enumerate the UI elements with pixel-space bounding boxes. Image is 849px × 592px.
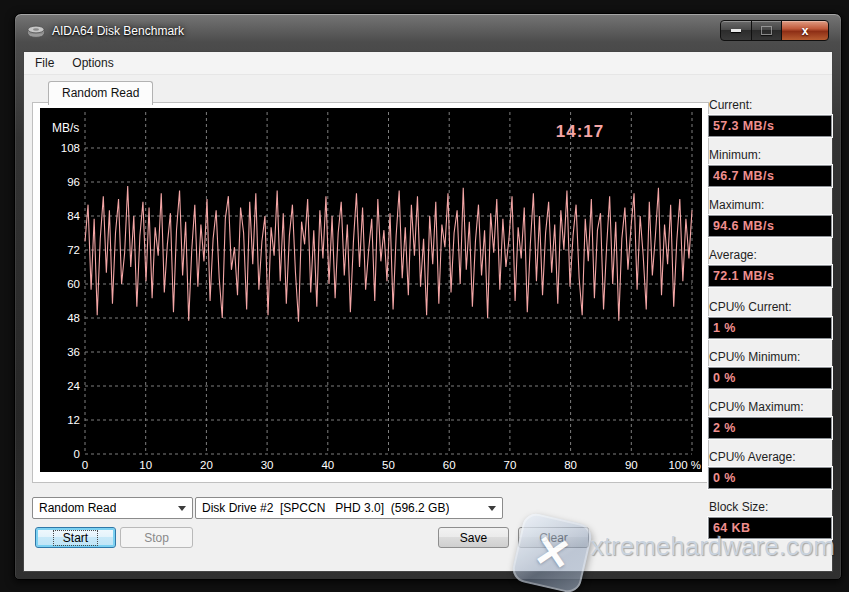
- chevron-down-icon: [178, 506, 186, 511]
- stat-row: Average:72.1 MB/s: [708, 248, 832, 287]
- stat-label: CPU% Maximum:: [709, 400, 832, 414]
- stat-row: CPU% Minimum:0 %: [708, 350, 832, 389]
- start-button-label: Start: [53, 530, 98, 546]
- menu-bar: File Options: [24, 52, 832, 75]
- throughput-chart: 0122436486072849610801020304050607080901…: [40, 108, 702, 472]
- stat-row: CPU% Maximum:2 %: [708, 400, 832, 439]
- benchmark-chart-panel: 0122436486072849610801020304050607080901…: [32, 102, 709, 483]
- menu-file[interactable]: File: [26, 53, 63, 73]
- stat-value: 64 KB: [709, 521, 750, 535]
- svg-text:12: 12: [67, 414, 80, 426]
- maximize-icon: [761, 26, 772, 35]
- stat-label: CPU% Minimum:: [709, 350, 832, 364]
- svg-text:30: 30: [261, 459, 274, 471]
- minimize-button[interactable]: [720, 20, 752, 41]
- stat-label: Current:: [709, 98, 832, 112]
- svg-text:48: 48: [67, 312, 80, 324]
- desktop-background: AIDA64 Disk Benchmark x File Options Ran…: [0, 0, 849, 592]
- stat-value-box: 57.3 MB/s: [708, 115, 832, 137]
- svg-text:90: 90: [625, 459, 638, 471]
- stat-row: Block Size:64 KB: [708, 500, 832, 539]
- hard-disk-icon: [27, 25, 45, 38]
- stat-row: CPU% Current:1 %: [708, 300, 832, 339]
- save-button[interactable]: Save: [438, 527, 509, 548]
- app-window: AIDA64 Disk Benchmark x File Options Ran…: [14, 13, 842, 580]
- svg-text:14:17: 14:17: [556, 122, 604, 141]
- drive-select-value: Disk Drive #2 [SPCCN PHD 3.0] (596.2 GB): [202, 501, 449, 515]
- stat-value: 0 %: [709, 371, 736, 385]
- stat-value: 57.3 MB/s: [709, 119, 774, 133]
- svg-text:60: 60: [67, 278, 80, 290]
- stat-row: Minimum:46.7 MB/s: [708, 148, 832, 187]
- stat-value-box: 72.1 MB/s: [708, 265, 832, 287]
- stop-button[interactable]: Stop: [120, 527, 193, 548]
- svg-text:108: 108: [61, 142, 80, 154]
- stat-row: CPU% Average:0 %: [708, 450, 832, 489]
- svg-text:96: 96: [67, 176, 80, 188]
- svg-text:10: 10: [139, 459, 152, 471]
- stat-value-box: 1 %: [708, 317, 832, 339]
- maximize-button[interactable]: [751, 20, 782, 41]
- svg-text:70: 70: [504, 459, 517, 471]
- svg-text:20: 20: [200, 459, 213, 471]
- stat-value: 72.1 MB/s: [709, 269, 774, 283]
- stat-value-box: 46.7 MB/s: [708, 165, 832, 187]
- stat-label: Minimum:: [709, 148, 832, 162]
- stat-row: Current:57.3 MB/s: [708, 98, 832, 137]
- chevron-down-icon: [488, 506, 496, 511]
- stat-label: CPU% Average:: [709, 450, 832, 464]
- window-title: AIDA64 Disk Benchmark: [52, 24, 184, 38]
- clear-button[interactable]: Clear: [518, 527, 589, 548]
- svg-text:100 %: 100 %: [668, 459, 701, 471]
- svg-text:24: 24: [67, 380, 80, 392]
- drive-select[interactable]: Disk Drive #2 [SPCCN PHD 3.0] (596.2 GB): [195, 497, 503, 519]
- stat-value-box: 64 KB: [708, 517, 832, 539]
- svg-text:50: 50: [382, 459, 395, 471]
- svg-text:MB/s: MB/s: [52, 121, 79, 135]
- menu-options[interactable]: Options: [63, 53, 122, 73]
- save-button-label: Save: [460, 531, 487, 545]
- start-button[interactable]: Start: [35, 527, 116, 548]
- stat-value-box: 0 %: [708, 467, 832, 489]
- close-button[interactable]: x: [781, 20, 829, 41]
- stop-button-label: Stop: [144, 531, 169, 545]
- stat-value: 94.6 MB/s: [709, 219, 774, 233]
- stat-row: Maximum:94.6 MB/s: [708, 198, 832, 237]
- benchmark-type-select[interactable]: Random Read: [32, 497, 193, 519]
- stat-value: 0 %: [709, 471, 736, 485]
- title-bar[interactable]: AIDA64 Disk Benchmark x: [15, 14, 841, 51]
- stat-label: Maximum:: [709, 198, 832, 212]
- clear-button-label: Clear: [539, 531, 568, 545]
- svg-text:0: 0: [74, 448, 80, 460]
- client-area: File Options Random Read 012243648607284…: [23, 51, 833, 572]
- svg-text:60: 60: [443, 459, 456, 471]
- svg-text:36: 36: [67, 346, 80, 358]
- stat-label: CPU% Current:: [709, 300, 832, 314]
- svg-text:72: 72: [67, 244, 80, 256]
- stat-value-box: 94.6 MB/s: [708, 215, 832, 237]
- minimize-icon: [731, 29, 741, 32]
- title-group: AIDA64 Disk Benchmark: [27, 24, 184, 38]
- stat-value: 46.7 MB/s: [709, 169, 774, 183]
- stats-panel: Current:57.3 MB/sMinimum:46.7 MB/sMaximu…: [708, 98, 832, 550]
- svg-text:80: 80: [564, 459, 577, 471]
- svg-text:84: 84: [67, 210, 80, 222]
- stat-label: Average:: [709, 248, 832, 262]
- benchmark-type-value: Random Read: [39, 501, 116, 515]
- stat-value: 1 %: [709, 321, 736, 335]
- svg-text:40: 40: [321, 459, 334, 471]
- stat-value-box: 2 %: [708, 417, 832, 439]
- stat-value-box: 0 %: [708, 367, 832, 389]
- close-icon: x: [802, 25, 809, 37]
- tab-strip: Random Read: [48, 81, 153, 103]
- stat-value: 2 %: [709, 421, 736, 435]
- tab-random-read[interactable]: Random Read: [48, 81, 153, 105]
- window-controls: x: [720, 20, 829, 41]
- stat-label: Block Size:: [709, 500, 832, 514]
- svg-text:0: 0: [82, 459, 88, 471]
